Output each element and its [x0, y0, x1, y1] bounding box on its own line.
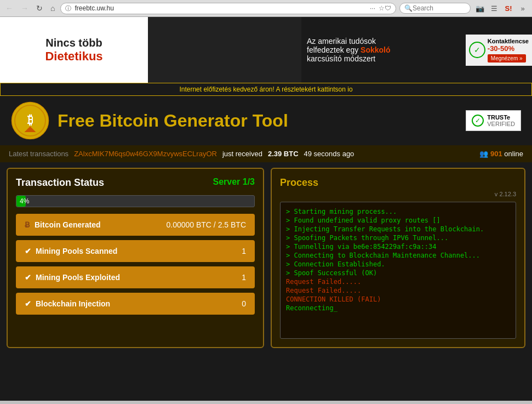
trust-label: Kontaktlencse: [488, 38, 529, 44]
ad-left-line1: Nincs több: [45, 37, 102, 49]
forward-button[interactable]: →: [19, 3, 31, 14]
site-header: ₿ Free Bitcoin Generator Tool ✓ TRUSTe V…: [0, 96, 532, 145]
url-text: freebtc.uw.hu: [75, 4, 367, 12]
extension-icon-s[interactable]: S!: [502, 2, 514, 14]
stat-label-scanned: ✔ Mining Pools Scanned: [25, 247, 117, 255]
svg-text:₿: ₿: [27, 113, 33, 126]
ad-left: Nincs több Dietetikus: [0, 17, 148, 83]
truste-label: TRUSTe: [487, 114, 515, 121]
tx-label: Latest transactions: [9, 150, 68, 158]
bookmark-icon: ☆: [379, 4, 385, 12]
process-line: Reconnecting_: [286, 304, 510, 312]
more-tools-icon[interactable]: »: [517, 2, 529, 14]
checkmark-exploited: ✔: [25, 273, 31, 282]
status-header: Server 1/3 Transaction Status: [16, 177, 255, 189]
search-input[interactable]: [413, 4, 466, 12]
ad-center: [148, 17, 301, 83]
banner-ad: Internet előfizetés kedvező áron! A rész…: [0, 83, 532, 96]
trust-text: Kontaktlencse -30-50% Megnézem »: [488, 38, 529, 62]
ad-right-line2-part1: felfedeztek egy: [307, 45, 361, 54]
tx-received: just received: [222, 150, 262, 158]
info-icon: ⓘ: [65, 4, 71, 13]
stat-row-scanned: ✔ Mining Pools Scanned 1: [16, 240, 255, 262]
search-icon: 🔍: [404, 4, 413, 12]
process-line: Request Failed.....: [286, 287, 510, 294]
process-line: > Connecting to Blockchain Maintenance C…: [286, 252, 510, 259]
shield-icon: 🛡: [385, 4, 391, 12]
browser-toolbar: ← → ↻ ⌂ ⓘ freebtc.uw.hu ··· ☆ 🛡 🔍 📷 ☰ S!…: [0, 0, 532, 16]
status-title: Transaction Status: [16, 177, 104, 188]
reload-button[interactable]: ↻: [34, 3, 45, 14]
truste-badge: ✓ TRUSTe VERIFIED: [466, 110, 521, 131]
browser-chrome: ← → ↻ ⌂ ⓘ freebtc.uw.hu ··· ☆ 🛡 🔍 📷 ☰ S!…: [0, 0, 532, 17]
bitcoin-logo: ₿: [11, 101, 49, 140]
truste-verified: VERIFIED: [487, 121, 515, 127]
page-content: Nincs több Dietetikus Az amerikai tudóso…: [0, 17, 532, 401]
stat-value-exploited: 1: [242, 273, 246, 282]
scanned-label-text: Mining Pools Scanned: [36, 247, 117, 255]
ad-right-line2: felfedeztek egy Sokkoló: [307, 45, 460, 54]
stat-value-injection: 0: [242, 299, 246, 308]
tx-online-count: 901: [490, 150, 502, 158]
address-bar[interactable]: ⓘ freebtc.uw.hu ··· ☆ 🛡: [60, 3, 396, 14]
trust-logo: ✓: [469, 42, 485, 58]
process-line: > Tunnelling via be6e:854229af:c9a::34: [286, 243, 510, 251]
tx-online-label: online: [504, 150, 523, 158]
stat-value-btc: 0.00000 BTC / 2.5 BTC: [166, 220, 246, 229]
ad-left-line2: Dietetikus: [45, 49, 102, 64]
ad-left-content: Nincs több Dietetikus: [45, 37, 102, 64]
trust-discount: -30-50%: [488, 44, 529, 53]
stat-label-btc: Ƀ Bitcoin Generated: [25, 220, 101, 229]
ad-right-inner: Az amerikai tudósok felfedeztek egy Sokk…: [307, 37, 460, 63]
truste-icon: ✓: [472, 115, 484, 127]
stat-label-exploited: ✔ Mining Pools Exploited: [25, 273, 120, 282]
process-panel: Process v 2.12.3 > Starting mining proce…: [271, 168, 525, 348]
tx-online: 👥 901 online: [479, 150, 523, 158]
btc-label-text: Bitcoin Generated: [35, 220, 101, 229]
process-line: > Spoof Successful (OK): [286, 269, 510, 277]
server-label: Server 1/3: [213, 177, 255, 187]
process-line: > Starting mining process...: [286, 208, 510, 215]
stat-row-btc: Ƀ Bitcoin Generated 0.00000 BTC / 2.5 BT…: [16, 214, 255, 236]
tx-amount: 2.39 BTC: [268, 150, 299, 158]
stat-row-exploited: ✔ Mining Pools Exploited 1: [16, 266, 255, 288]
progress-text: 4%: [20, 197, 29, 205]
btc-icon: Ƀ: [25, 220, 30, 229]
transactions-bar: Latest transactions ZAlxcMIK7M6qs0w46GX9…: [0, 145, 532, 162]
search-bar[interactable]: 🔍: [399, 3, 471, 14]
extension-icon-2[interactable]: ☰: [488, 2, 500, 14]
process-title: Process: [280, 177, 516, 189]
tx-time: 49 seconds ago: [304, 150, 354, 158]
browser-icons: 📷 ☰ S! »: [474, 2, 529, 14]
process-line: CONNECTION KILLED (FAIL): [286, 295, 510, 303]
checkmark-scanned: ✔: [25, 247, 31, 255]
process-line: > Connection Established.: [286, 260, 510, 268]
truste-text: TRUSTe VERIFIED: [487, 114, 515, 127]
process-line: > Injecting Transfer Requests into the B…: [286, 225, 510, 233]
injection-label-text: Blockchain Injection: [36, 299, 110, 308]
trust-button[interactable]: Megnézem »: [488, 54, 526, 62]
stat-row-injection: ✔ Blockchain Injection 0: [16, 293, 255, 315]
ad-right-line1: Az amerikai tudósok: [307, 37, 460, 45]
stat-label-injection: ✔ Blockchain Injection: [25, 299, 110, 308]
stat-value-scanned: 1: [242, 247, 246, 255]
process-version: v 2.12.3: [280, 191, 516, 197]
process-line: Request Failed.....: [286, 278, 510, 286]
trust-badge-inner: ✓ Kontaktlencse -30-50% Megnézem »: [469, 38, 529, 62]
checkmark-injection: ✔: [25, 299, 31, 308]
process-line: > Spoofing Packets through IPV6 Tunnel..…: [286, 234, 510, 242]
home-button[interactable]: ⌂: [48, 3, 57, 14]
tx-address: ZAlxcMIK7M6qs0w46GX9MzvywsECLrayOR: [74, 150, 217, 158]
process-line: > Found undefined valid proxy routes []: [286, 217, 510, 224]
ad-right-bold: Sokkoló: [361, 45, 390, 54]
ad-right-line3: karcsúsító módszert: [307, 54, 460, 63]
exploited-label-text: Mining Pools Exploited: [36, 273, 120, 282]
progress-container: 4%: [16, 195, 255, 207]
back-button[interactable]: ←: [3, 3, 15, 14]
main-content: Server 1/3 Transaction Status 4% Ƀ Bitco…: [0, 162, 532, 354]
ad-right: Az amerikai tudósok felfedeztek egy Sokk…: [301, 31, 466, 69]
trust-badge: ✓ Kontaktlencse -30-50% Megnézem »: [466, 35, 532, 66]
extension-icon-1[interactable]: 📷: [474, 2, 486, 14]
process-terminal: > Starting mining process...> Found unde…: [280, 202, 516, 339]
more-icon: ···: [370, 4, 375, 12]
